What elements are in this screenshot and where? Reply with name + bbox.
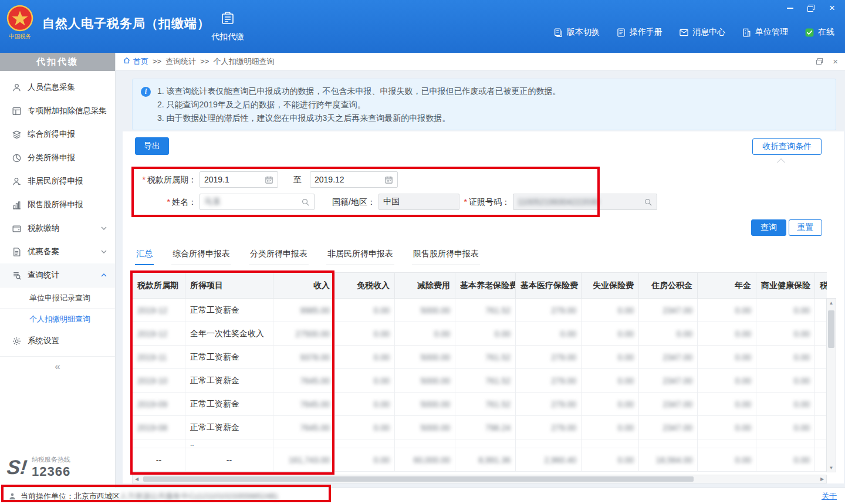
sidebar-collapse-button[interactable]: « (0, 356, 115, 376)
mail-icon (679, 28, 689, 38)
page-close-button[interactable]: × (833, 57, 838, 65)
result-table-wrap: 税款所属期所得项目收入免税收入减除费用基本养老保险费基本医疗保险费失业保险费住房… (132, 272, 827, 472)
calendar-icon[interactable] (384, 175, 393, 184)
sidebar-item-personnel-info[interactable]: 人员信息采集 (0, 76, 115, 99)
scroll-left-arrow-icon[interactable]: ◀ (133, 475, 141, 483)
sidebar-item-restricted-shares[interactable]: 限售股所得申报 (0, 193, 115, 217)
period-from-input[interactable]: 2019.1 (200, 171, 278, 188)
org-icon (742, 28, 752, 38)
sidebar-subitem-personal-detail-query[interactable]: 个人扣缴明细查询 (0, 308, 115, 329)
search-icon[interactable] (301, 198, 310, 207)
notice-box: i 1. 该查询统计表仅能查询已申报成功的数据，不包含未申报、申报失败，已申报但… (132, 79, 836, 130)
tab-classified[interactable]: 分类所得申报表 (249, 245, 309, 265)
sidebar-item-query-statistics[interactable]: 查询统计 (0, 263, 115, 287)
header-menu-message-center[interactable]: 消息中心 (679, 27, 725, 38)
column-header: 收入 (273, 273, 335, 299)
query-button[interactable]: 查询 (751, 219, 786, 236)
column-header: 税 (815, 273, 827, 299)
table-row[interactable]: .. (133, 439, 827, 448)
window-close-button[interactable]: × (827, 4, 837, 13)
sidebar-item-system-settings[interactable]: 系统设置 (0, 329, 115, 353)
table-row[interactable]: 2019-08正常工资薪金7645.000.005000.00798.24279… (133, 416, 827, 439)
gear-icon (12, 336, 22, 346)
header-menu-manual[interactable]: 操作手册 (616, 27, 663, 38)
scroll-down-arrow-icon[interactable]: ▼ (827, 464, 836, 472)
id-number-label: *证照号码： (451, 194, 510, 210)
column-header: 商业健康保险 (756, 273, 815, 299)
page-restore-button[interactable] (816, 57, 823, 65)
column-header: 年金 (698, 273, 756, 299)
sidebar-item-special-deduction[interactable]: 专项附加扣除信息采集 (0, 99, 115, 123)
chevron-down-icon (101, 250, 107, 253)
sidebar-item-classified-income[interactable]: 分类所得申报 (0, 146, 115, 170)
table-header-row: 税款所属期所得项目收入免税收入减除费用基本养老保险费基本医疗保险费失业保险费住房… (133, 273, 827, 299)
withholding-icon (220, 11, 235, 28)
tab-comprehensive[interactable]: 综合所得申报表 (171, 245, 231, 265)
notice-lines: 1. 该查询统计表仅能查询已申报成功的数据，不包含未申报、申报失败，已申报但已作… (157, 84, 826, 125)
app-window: × 中国税务 自然人电子税务局（扣缴端） 代扣代缴 版本切换 (0, 0, 845, 504)
nationality-input[interactable]: 中国 (378, 194, 459, 210)
window-minimize-button[interactable] (785, 4, 795, 13)
scroll-up-arrow-icon[interactable]: ▲ (827, 299, 836, 307)
about-link[interactable]: 关于 (822, 491, 837, 502)
period-to-input[interactable]: 2019.12 (310, 171, 398, 188)
column-header: 住房公积金 (639, 273, 698, 299)
sidebar-item-comprehensive-income[interactable]: 综合所得申报 (0, 123, 115, 146)
header-menu-unit-management[interactable]: 单位管理 (742, 27, 788, 38)
breadcrumb-item-query-stats[interactable]: 查询统计 (165, 56, 196, 67)
sidebar-item-nonresident-income[interactable]: 非居民所得申报 (0, 170, 115, 193)
id-number-input[interactable]: 110052199304222030 (513, 194, 657, 210)
sidebar-item-preference-filing[interactable]: 优惠备案 (0, 240, 115, 263)
horizontal-scroll-thumb[interactable] (143, 476, 694, 482)
breadcrumb-separator: >> (153, 57, 161, 66)
table-row[interactable]: 2019-11正常工资薪金9378.000.005000.00761.52279… (133, 346, 827, 369)
tab-restricted[interactable]: 限售股所得申报表 (412, 245, 480, 265)
table-row[interactable]: 2019-10正常工资薪金7645.000.005000.00761.52279… (133, 369, 827, 393)
table-body: 2019-12正常工资薪金9985.000.005000.00761.52279… (133, 299, 827, 472)
name-value: 马某 (204, 197, 299, 207)
breadcrumb-home[interactable]: 首页 (123, 56, 148, 67)
sidebar-subitem-unit-declare-query[interactable]: 单位申报记录查询 (0, 287, 115, 308)
export-button[interactable]: 导出 (135, 137, 169, 155)
vertical-scrollbar[interactable]: ▲ ▼ (826, 298, 836, 472)
sidebar-item-tax-payment[interactable]: 税款缴纳 (0, 217, 115, 240)
table-row[interactable]: 2019-12全年一次性奖金收入27500.000.000.000.000.00… (133, 322, 827, 346)
to-label: 至 (290, 171, 305, 188)
tab-nonresident[interactable]: 非居民所得申报表 (326, 245, 394, 265)
tax-bureau-emblem-icon: 中国税务 (5, 4, 35, 43)
header-menu-version-switch[interactable]: 版本切换 (553, 27, 600, 38)
horizontal-scrollbar[interactable]: ◀ ▶ (132, 475, 827, 483)
column-header: 税款所属期 (133, 273, 185, 299)
tab-summary[interactable]: 汇总 (135, 245, 154, 265)
current-unit-public: 北京市西城区 (74, 491, 120, 502)
notice-line: 1. 该查询统计表仅能查询已申报成功的数据，不包含未申报、申报失败，已申报但已作… (157, 84, 826, 98)
table-row[interactable]: 2019-12正常工资薪金9985.000.005000.00761.52279… (133, 299, 827, 322)
header-menu-online-status[interactable]: 在线 (805, 27, 834, 38)
chevron-up-icon (101, 273, 107, 277)
bar-chart-icon (12, 200, 22, 210)
search-icon[interactable] (644, 198, 653, 207)
name-label: *姓名： (146, 194, 197, 210)
header-menu: 版本切换操作手册消息中心单位管理在线 (553, 27, 834, 38)
table-row[interactable]: 2019-09正常工资薪金7645.000.005000.00761.52279… (133, 393, 827, 416)
collapse-query-button[interactable]: 收折查询条件 (752, 138, 822, 155)
table-row[interactable]: ----161,743.000.0060,000.008,991.362,960… (133, 448, 827, 472)
current-unit-redacted: 人力资源公共服务中心(12110102335598524B) (120, 491, 278, 502)
vertical-scroll-thumb[interactable] (828, 310, 834, 348)
current-unit-label: 当前操作单位： (21, 491, 74, 502)
tab-withholding-label: 代扣代缴 (211, 32, 244, 42)
calendar-icon[interactable] (265, 175, 273, 184)
fold-caret-icon (777, 158, 785, 167)
sidebar: 代扣代缴 人员信息采集专项附加扣除信息采集综合所得申报分类所得申报非居民所得申报… (0, 53, 116, 488)
column-header: 所得项目 (185, 273, 273, 299)
window-restore-button[interactable] (806, 4, 816, 13)
hotline: S! 纳税服务热线 12366 (7, 455, 70, 479)
version-icon (553, 28, 563, 38)
reset-button[interactable]: 重置 (789, 219, 822, 236)
breadcrumb-separator: >> (200, 57, 209, 66)
column-header: 基本养老保险费 (455, 273, 516, 299)
scroll-right-arrow-icon[interactable]: ▶ (818, 475, 826, 483)
tab-withholding[interactable]: 代扣代缴 (203, 0, 252, 53)
query-panel: 导出 收折查询条件 *税款所属期： 2019.1 至 2019.12 *姓名： (123, 131, 844, 483)
name-input[interactable]: 马某 (200, 194, 315, 210)
